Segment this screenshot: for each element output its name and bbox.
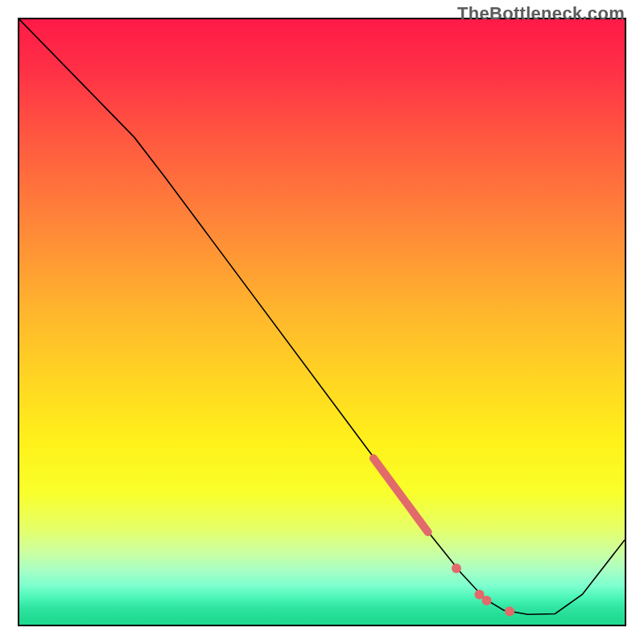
chart-container: TheBottleneck.com — [0, 0, 644, 644]
watermark-text: TheBottleneck.com — [457, 3, 625, 24]
bottleneck-curve — [19, 19, 625, 614]
highlight-dot — [505, 606, 514, 616]
curve-layer — [19, 19, 625, 625]
plot-area — [18, 18, 626, 626]
highlight-dot — [452, 564, 461, 573]
highlight-segment — [374, 458, 428, 532]
highlight-dots — [452, 564, 514, 616]
highlight-dot — [482, 596, 492, 605]
